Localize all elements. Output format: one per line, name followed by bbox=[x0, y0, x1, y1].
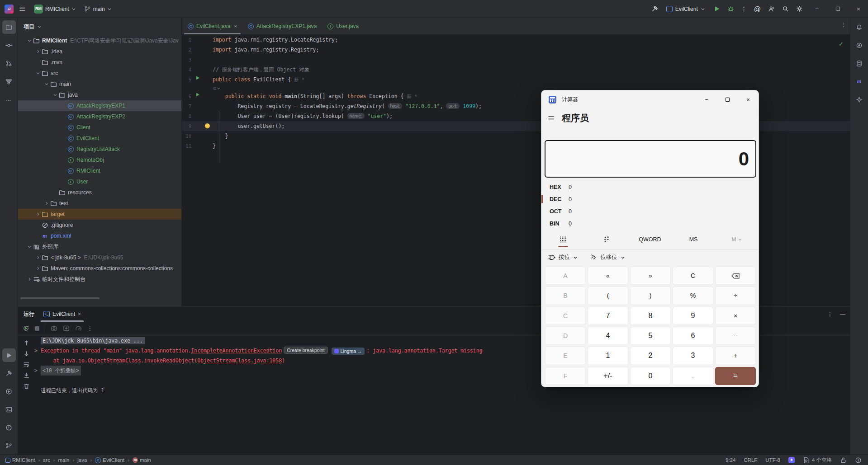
code-line-3[interactable]: 3 bbox=[182, 55, 850, 65]
calc-key-sym[interactable]: % bbox=[673, 287, 713, 305]
calc-close-button[interactable]: × bbox=[738, 90, 759, 108]
tree-item--idea[interactable]: .idea bbox=[18, 46, 181, 57]
calc-key-C[interactable]: C bbox=[545, 307, 586, 325]
tool-run[interactable] bbox=[2, 348, 16, 362]
code-line-1[interactable]: 1import java.rmi.registry.LocateRegistry… bbox=[182, 35, 850, 45]
calc-key-1[interactable]: 1 bbox=[588, 347, 628, 365]
calc-key-sym[interactable]: + bbox=[715, 347, 756, 365]
inspections-ok-icon[interactable]: ✓ bbox=[839, 41, 844, 47]
stacktrace-link[interactable]: IncompleteAnnotationException bbox=[191, 348, 282, 354]
more-actions-icon[interactable]: ⋮ bbox=[739, 3, 749, 15]
editor-tab-evilclient-java[interactable]: CEvilClient.java× bbox=[182, 18, 242, 34]
tool-notifications[interactable] bbox=[853, 20, 866, 34]
run-tab-evilclient[interactable]: >_ EvilClient × bbox=[41, 306, 84, 322]
crumb-java[interactable]: java bbox=[77, 457, 87, 463]
calc-key-4[interactable]: 4 bbox=[588, 327, 628, 345]
chevron-icon[interactable] bbox=[43, 82, 50, 86]
tree-item-target[interactable]: target bbox=[18, 209, 181, 220]
tree-item-rmiclient[interactable]: RMIClientE:\CTF\网络安全学习笔记\漏洞\Java安全\Jav bbox=[18, 35, 181, 46]
tree-item-attackregistryexp1[interactable]: CAttackRegistryEXP1 bbox=[18, 100, 181, 111]
more-icon[interactable]: ⋮ bbox=[87, 325, 93, 332]
code-line-5[interactable]: 5public class EvilClient { 新 * bbox=[182, 75, 850, 85]
code-line-2[interactable]: 2import java.rmi.registry.Registry; bbox=[182, 45, 850, 55]
tree-item-src[interactable]: src bbox=[18, 68, 181, 79]
tool-pull-requests[interactable] bbox=[2, 56, 16, 70]
tree-item--gitignore[interactable]: .gitignore bbox=[18, 220, 181, 230]
tool-database[interactable] bbox=[853, 56, 866, 70]
calc-key-D[interactable]: D bbox=[545, 327, 586, 345]
tree-item--mvn[interactable]: .mvn bbox=[18, 57, 181, 68]
code-with-me-icon[interactable] bbox=[765, 3, 778, 15]
encoding[interactable]: UTF-8 bbox=[765, 457, 780, 463]
calc-key-sym[interactable]: +/- bbox=[588, 367, 628, 385]
calc-key-C[interactable]: C bbox=[673, 267, 713, 285]
calc-key-7[interactable]: 7 bbox=[588, 307, 628, 325]
full-keypad-toggle[interactable] bbox=[541, 231, 585, 248]
base-row-dec[interactable]: DEC0 bbox=[541, 193, 759, 205]
project-widget[interactable]: RM RMIClient bbox=[31, 3, 79, 15]
settings-gear-icon[interactable] bbox=[793, 3, 806, 15]
tree-item-rmiclient[interactable]: CRMIClient bbox=[18, 165, 181, 176]
calc-key-sym[interactable]: » bbox=[630, 267, 671, 285]
tree-item-registrylistattack[interactable]: CRegistryListAttack bbox=[18, 144, 181, 155]
calc-key-sym[interactable]: × bbox=[715, 307, 756, 325]
tab-options-icon[interactable]: ⋮ bbox=[841, 22, 846, 28]
base-row-oct[interactable]: OCT0 bbox=[541, 205, 759, 217]
stacktrace-link[interactable]: ObjectStreamClass.java:1058 bbox=[197, 357, 282, 364]
calc-key-B[interactable]: B bbox=[545, 287, 586, 305]
calculator-titlebar[interactable]: 计算器 − × bbox=[541, 90, 759, 108]
panel-options-icon[interactable]: ⋮ bbox=[827, 311, 833, 317]
rerun-button[interactable] bbox=[23, 325, 29, 332]
calc-key-E[interactable]: E bbox=[545, 347, 586, 365]
tree-item-main[interactable]: main bbox=[18, 79, 181, 89]
run-line-icon[interactable] bbox=[194, 91, 200, 101]
tool-more-tools[interactable]: … bbox=[2, 93, 16, 106]
window-maximize-button[interactable] bbox=[828, 0, 847, 18]
calc-key-sym[interactable]: − bbox=[715, 327, 756, 345]
ai-at-icon[interactable]: @ bbox=[751, 3, 764, 15]
dropdown-bitshift[interactable]: 位移位 bbox=[590, 254, 625, 261]
search-icon[interactable] bbox=[779, 3, 792, 15]
chevron-icon[interactable] bbox=[35, 212, 41, 216]
run-line-icon[interactable] bbox=[194, 75, 200, 85]
profiler-icon[interactable] bbox=[75, 325, 82, 332]
calc-key-equals[interactable]: = bbox=[715, 367, 756, 385]
fold-arrow-icon[interactable]: > bbox=[34, 366, 38, 376]
tree-item-client[interactable]: CClient bbox=[18, 122, 181, 133]
thread-dump-icon[interactable] bbox=[51, 325, 57, 332]
tree-item-attackregistryexp2[interactable]: CAttackRegistryEXP2 bbox=[18, 111, 181, 122]
calc-menu-icon[interactable] bbox=[548, 115, 555, 122]
tree-item-maven-commons-collections-commons-collections[interactable]: Maven: commons-collections:commons-colle… bbox=[18, 263, 181, 274]
stop-button[interactable] bbox=[35, 326, 39, 331]
notifications-status-icon[interactable] bbox=[855, 457, 862, 464]
tree-item-pom-xml[interactable]: mpom.xml bbox=[18, 230, 181, 241]
close-icon[interactable]: × bbox=[78, 311, 81, 317]
calc-key-backspace[interactable] bbox=[715, 267, 756, 285]
crumb-main[interactable]: mmain bbox=[133, 457, 151, 463]
chevron-icon[interactable] bbox=[26, 38, 33, 43]
bit-keypad-toggle[interactable] bbox=[585, 231, 628, 248]
chevron-icon[interactable] bbox=[35, 49, 41, 54]
lingma-status-icon[interactable]: ✦ bbox=[788, 457, 795, 463]
tool-maven[interactable]: m bbox=[853, 75, 866, 88]
tool-lingma[interactable] bbox=[853, 93, 866, 106]
chevron-icon[interactable] bbox=[35, 266, 41, 271]
calc-key-9[interactable]: 9 bbox=[673, 307, 713, 325]
tree-item-resources[interactable]: resources bbox=[18, 187, 181, 198]
crumb-rmiclient[interactable]: RMIClient bbox=[5, 457, 35, 463]
branch-widget[interactable]: main bbox=[81, 3, 114, 15]
tool-version-control[interactable] bbox=[2, 439, 16, 452]
calc-key-0[interactable]: 0 bbox=[630, 367, 671, 385]
indent-setting[interactable]: 4 个空格 bbox=[803, 457, 832, 464]
calc-key-5[interactable]: 5 bbox=[630, 327, 671, 345]
editor-tab-attackregistryexp1-java[interactable]: CAttackRegistryEXP1.java bbox=[242, 18, 322, 34]
intention-bulb-icon[interactable] bbox=[205, 123, 210, 128]
tree-item--jdk-8u65-[interactable]: < jdk-8u65 >E:\JDK\jdk-8u65 bbox=[18, 252, 181, 263]
close-icon[interactable]: × bbox=[234, 23, 237, 29]
calc-key-2[interactable]: 2 bbox=[630, 347, 671, 365]
base-row-hex[interactable]: HEX0 bbox=[541, 181, 759, 193]
base-row-bin[interactable]: BIN0 bbox=[541, 217, 759, 230]
tool-ai-assistant[interactable] bbox=[853, 38, 866, 52]
calc-key-A[interactable]: A bbox=[545, 267, 586, 285]
calc-key-6[interactable]: 6 bbox=[673, 327, 713, 345]
